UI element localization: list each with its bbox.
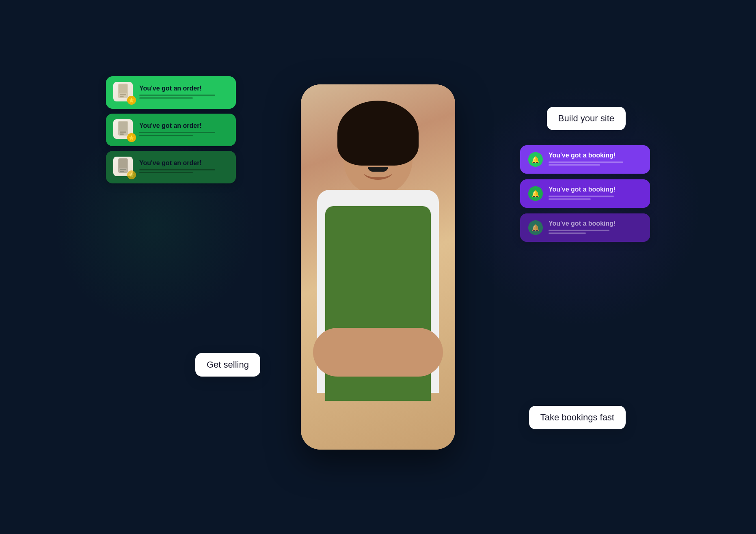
booking-line-1b: [549, 164, 600, 166]
take-bookings-label: Take bookings fast: [540, 412, 614, 422]
bell-icon-1: 🔔: [528, 152, 543, 167]
booking-content-1: You've got a booking!: [549, 152, 642, 167]
build-site-bubble[interactable]: Build your site: [547, 107, 626, 130]
booking-title-2: You've got a booking!: [549, 186, 642, 193]
booking-notification-1: 🔔 You've got a booking!: [520, 145, 650, 174]
svg-rect-5: [119, 122, 127, 131]
booking-line-3b: [549, 233, 586, 234]
booking-title-1: You've got a booking!: [549, 152, 642, 159]
booking-notification-3: 🔔 You've got a booking!: [520, 213, 650, 242]
order-notification-2: ⭐ You've got an order!: [106, 114, 236, 146]
person-photo: [301, 84, 455, 450]
booking-line-3a: [549, 230, 609, 231]
order-line-3a: [139, 169, 215, 170]
person-hair: [337, 101, 419, 166]
svg-rect-9: [119, 159, 127, 168]
svg-rect-11: [120, 171, 124, 172]
booking-title-3: You've got a booking!: [549, 220, 642, 227]
order-line-1b: [139, 97, 193, 99]
booking-line-2b: [549, 198, 591, 200]
svg-rect-10: [120, 169, 126, 170]
order-notification-3: ⭐ You've got an order!: [106, 151, 236, 183]
bell-icon-3: 🔔: [528, 220, 543, 235]
booking-line-1a: [549, 161, 623, 163]
order-content-3: You've got an order!: [139, 159, 229, 175]
star-badge-2: ⭐: [127, 133, 136, 142]
order-title-3: You've got an order!: [139, 159, 229, 167]
main-scene: ⭐ You've got an order! ⭐: [94, 44, 662, 490]
svg-rect-7: [120, 134, 124, 135]
bell-icon-2: 🔔: [528, 186, 543, 201]
booking-line-2a: [549, 196, 614, 197]
person-arms: [313, 328, 443, 377]
order-line-3b: [139, 172, 193, 173]
booking-content-2: You've got a booking!: [549, 186, 642, 201]
order-line-2a: [139, 132, 215, 133]
order-line-2b: [139, 135, 193, 136]
order-icon-3: ⭐: [113, 157, 134, 178]
booking-notifications: 🔔 You've got a booking! 🔔 You've got a b…: [520, 145, 650, 242]
order-title-2: You've got an order!: [139, 122, 229, 129]
star-badge-1: ⭐: [127, 96, 136, 105]
order-content-1: You've got an order!: [139, 85, 229, 100]
get-selling-label: Get selling: [207, 360, 249, 370]
booking-notification-2: 🔔 You've got a booking!: [520, 179, 650, 208]
star-badge-3: ⭐: [127, 170, 136, 179]
svg-rect-3: [120, 96, 124, 97]
order-notification-1: ⭐ You've got an order!: [106, 76, 236, 109]
person-smile: [364, 166, 392, 180]
svg-rect-6: [120, 131, 126, 133]
svg-rect-2: [120, 94, 126, 95]
order-icon-1: ⭐: [113, 82, 134, 103]
phone-frame: [301, 84, 455, 450]
order-title-1: You've got an order!: [139, 85, 229, 92]
order-content-2: You've got an order!: [139, 122, 229, 138]
order-notifications: ⭐ You've got an order! ⭐: [106, 76, 236, 183]
build-site-label: Build your site: [558, 113, 614, 123]
booking-content-3: You've got a booking!: [549, 220, 642, 235]
svg-rect-1: [119, 84, 127, 93]
order-line-1a: [139, 95, 215, 96]
get-selling-bubble[interactable]: Get selling: [195, 353, 260, 377]
order-icon-2: ⭐: [113, 119, 134, 140]
take-bookings-bubble[interactable]: Take bookings fast: [529, 406, 626, 429]
